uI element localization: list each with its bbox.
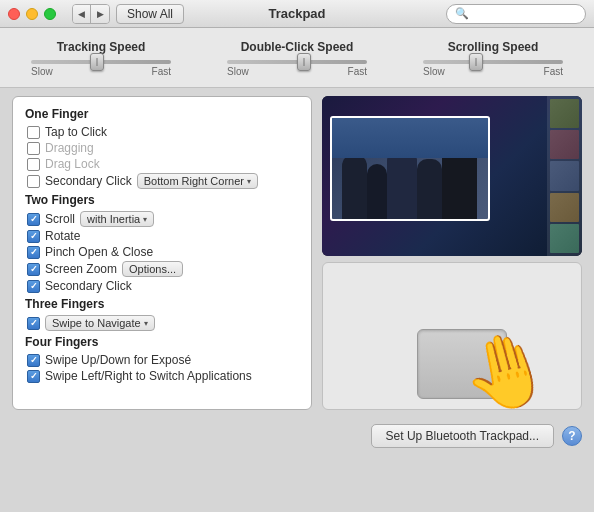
- tracking-speed-track[interactable]: [31, 60, 171, 64]
- scrolling-speed-thumb[interactable]: [469, 53, 483, 71]
- swipe-navigate-checkbox[interactable]: [27, 317, 40, 330]
- toolbar: ◀ ▶ Show All: [72, 4, 184, 24]
- tap-to-click-checkbox[interactable]: [27, 126, 40, 139]
- scroll-dropdown-label: with Inertia: [87, 213, 140, 225]
- show-all-button[interactable]: Show All: [116, 4, 184, 24]
- pinch-checkbox[interactable]: [27, 246, 40, 259]
- swipe-apps-row: Swipe Left/Right to Switch Applications: [25, 369, 299, 383]
- scroll-checkbox[interactable]: [27, 213, 40, 226]
- tracking-speed-group: Tracking Speed Slow Fast: [16, 40, 186, 77]
- tracking-speed-fast: Fast: [152, 66, 171, 77]
- swipe-navigate-dropdown[interactable]: Swipe to Navigate ▾: [45, 315, 155, 331]
- swipe-navigate-dropdown-arrow: ▾: [144, 319, 148, 328]
- rotate-row: Rotate: [25, 229, 299, 243]
- one-finger-header: One Finger: [25, 107, 299, 121]
- drag-lock-checkbox[interactable]: [27, 158, 40, 171]
- scroll-dropdown[interactable]: with Inertia ▾: [80, 211, 154, 227]
- three-fingers-header: Three Fingers: [25, 297, 299, 311]
- back-button[interactable]: ◀: [73, 5, 91, 23]
- maximize-button[interactable]: [44, 8, 56, 20]
- rotate-label: Rotate: [45, 229, 80, 243]
- dragging-row: Dragging: [25, 141, 299, 155]
- scrolling-speed-ends: Slow Fast: [423, 66, 563, 77]
- secondary-click-1f-dropdown-label: Bottom Right Corner: [144, 175, 244, 187]
- dragging-label: Dragging: [45, 141, 94, 155]
- main-content: One Finger Tap to Click Dragging Drag Lo…: [0, 88, 594, 418]
- drag-lock-label: Drag Lock: [45, 157, 100, 171]
- scroll-dropdown-arrow: ▾: [143, 215, 147, 224]
- tracking-speed-slow: Slow: [31, 66, 53, 77]
- pinch-label: Pinch Open & Close: [45, 245, 153, 259]
- swipe-expose-checkbox[interactable]: [27, 354, 40, 367]
- double-click-speed-thumb[interactable]: [297, 53, 311, 71]
- nav-group: ◀ ▶: [72, 4, 110, 24]
- swipe-navigate-dropdown-label: Swipe to Navigate: [52, 317, 141, 329]
- tracking-speed-thumb[interactable]: [90, 53, 104, 71]
- right-panel: 🤚: [322, 96, 582, 410]
- preview-bottom: 🤚: [322, 262, 582, 410]
- screen-zoom-checkbox[interactable]: [27, 263, 40, 276]
- window-title: Trackpad: [268, 6, 325, 21]
- secondary-click-1f-checkbox[interactable]: [27, 175, 40, 188]
- bottom-bar: Set Up Bluetooth Trackpad... ?: [0, 418, 594, 456]
- search-icon: 🔍: [455, 7, 469, 20]
- photo-strip: [547, 96, 582, 256]
- scrolling-speed-slow: Slow: [423, 66, 445, 77]
- swipe-apps-checkbox[interactable]: [27, 370, 40, 383]
- swipe-apps-label: Swipe Left/Right to Switch Applications: [45, 369, 252, 383]
- secondary-click-2f-label: Secondary Click: [45, 279, 132, 293]
- secondary-click-1f-label: Secondary Click: [45, 174, 132, 188]
- screen-zoom-dropdown-label: Options...: [129, 263, 176, 275]
- drag-lock-row: Drag Lock: [25, 157, 299, 171]
- title-bar: ◀ ▶ Show All Trackpad 🔍: [0, 0, 594, 28]
- scrolling-speed-track[interactable]: [423, 60, 563, 64]
- left-panel: One Finger Tap to Click Dragging Drag Lo…: [12, 96, 312, 410]
- double-click-speed-label: Double-Click Speed: [241, 40, 354, 54]
- pinch-row: Pinch Open & Close: [25, 245, 299, 259]
- scrolling-speed-fast: Fast: [544, 66, 563, 77]
- swipe-navigate-row: Swipe to Navigate ▾: [25, 315, 299, 331]
- secondary-click-2f-checkbox[interactable]: [27, 280, 40, 293]
- double-click-speed-group: Double-Click Speed Slow Fast: [212, 40, 382, 77]
- screen-zoom-row: Screen Zoom Options...: [25, 261, 299, 277]
- close-button[interactable]: [8, 8, 20, 20]
- tracking-speed-label: Tracking Speed: [57, 40, 146, 54]
- two-fingers-header: Two Fingers: [25, 193, 299, 207]
- scrolling-speed-group: Scrolling Speed Slow Fast: [408, 40, 578, 77]
- window-buttons: [8, 8, 56, 20]
- swipe-expose-row: Swipe Up/Down for Exposé: [25, 353, 299, 367]
- search-box[interactable]: 🔍: [446, 4, 586, 24]
- preview-image: [322, 96, 582, 256]
- sliders-section: Tracking Speed Slow Fast Double-Click Sp…: [0, 28, 594, 88]
- swipe-expose-label: Swipe Up/Down for Exposé: [45, 353, 191, 367]
- screen-zoom-dropdown[interactable]: Options...: [122, 261, 183, 277]
- double-click-speed-slow: Slow: [227, 66, 249, 77]
- double-click-speed-track[interactable]: [227, 60, 367, 64]
- rotate-checkbox[interactable]: [27, 230, 40, 243]
- scroll-row: Scroll with Inertia ▾: [25, 211, 299, 227]
- help-button[interactable]: ?: [562, 426, 582, 446]
- bluetooth-trackpad-button[interactable]: Set Up Bluetooth Trackpad...: [371, 424, 554, 448]
- minimize-button[interactable]: [26, 8, 38, 20]
- forward-button[interactable]: ▶: [91, 5, 109, 23]
- scrolling-speed-label: Scrolling Speed: [448, 40, 539, 54]
- dragging-checkbox[interactable]: [27, 142, 40, 155]
- double-click-speed-fast: Fast: [348, 66, 367, 77]
- screen-zoom-label: Screen Zoom: [45, 262, 117, 276]
- scroll-label: Scroll: [45, 212, 75, 226]
- search-input[interactable]: [472, 8, 577, 20]
- secondary-click-1f-row: Secondary Click Bottom Right Corner ▾: [25, 173, 299, 189]
- secondary-click-1f-dropdown-arrow: ▾: [247, 177, 251, 186]
- secondary-click-2f-row: Secondary Click: [25, 279, 299, 293]
- tap-to-click-label: Tap to Click: [45, 125, 107, 139]
- four-fingers-header: Four Fingers: [25, 335, 299, 349]
- secondary-click-1f-dropdown[interactable]: Bottom Right Corner ▾: [137, 173, 258, 189]
- tap-to-click-row: Tap to Click: [25, 125, 299, 139]
- preview-top: [322, 96, 582, 256]
